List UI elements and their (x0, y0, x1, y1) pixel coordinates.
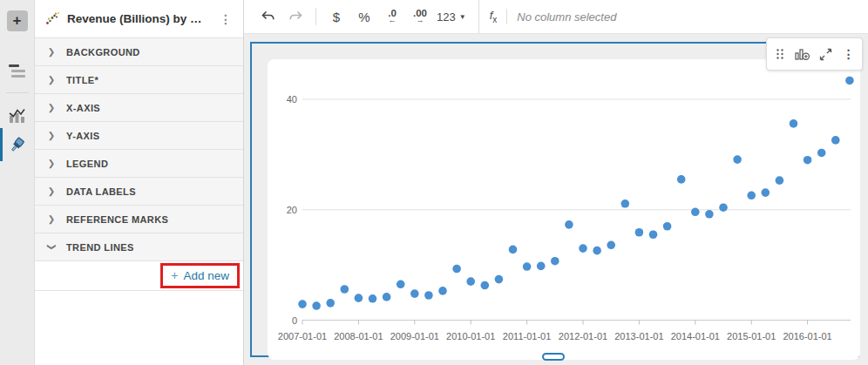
data-point[interactable] (410, 289, 419, 298)
redo-button[interactable] (284, 4, 307, 29)
formula-field[interactable]: fx No column selected (478, 0, 868, 33)
trend-lines-add-row: +Add new (35, 261, 243, 291)
section-label: LEGEND (66, 159, 108, 169)
fx-icon: fx (490, 9, 498, 24)
data-point[interactable] (537, 262, 546, 271)
data-point[interactable] (790, 119, 798, 128)
data-point[interactable] (312, 301, 321, 310)
data-point[interactable] (747, 191, 756, 199)
data-point[interactable] (607, 241, 615, 250)
x-tick-label: 2014-01-01 (671, 331, 720, 341)
resize-handle[interactable] (542, 353, 565, 361)
layers-button[interactable] (0, 56, 35, 85)
data-point[interactable] (383, 293, 391, 301)
data-point[interactable] (341, 285, 349, 294)
data-point[interactable] (817, 149, 826, 158)
data-point[interactable] (326, 299, 335, 308)
increase-decimal-icon: .00 → (413, 10, 427, 23)
section-label: X-AXIS (66, 103, 100, 113)
scatter-plot: 020402007-01-012008-01-012009-01-012010-… (268, 59, 860, 360)
sidebar-section-reference-marks[interactable]: ❯REFERENCE MARKS (35, 206, 243, 233)
explore-chart-button[interactable] (793, 43, 812, 65)
scatter-chart-icon (45, 11, 60, 26)
data-point[interactable] (804, 156, 812, 165)
data-point[interactable] (776, 176, 784, 185)
data-point[interactable] (397, 281, 405, 289)
add-new-trend-line-link[interactable]: +Add new (171, 268, 229, 282)
sidebar-section-trend-lines[interactable]: ❯TREND LINES (35, 233, 243, 261)
panel-menu-kebab-icon[interactable]: ⋮ (217, 12, 234, 26)
highlight-box: +Add new (160, 263, 240, 288)
sidebar-section-title[interactable]: ❯TITLE* (35, 66, 243, 94)
chart-explore-icon (795, 47, 810, 61)
decrease-decimal-button[interactable]: .0 ← (381, 4, 403, 29)
format-sections: ❯BACKGROUND❯TITLE*❯X-AXIS❯Y-AXIS❯LEGEND❯… (35, 38, 243, 261)
sidebar-section-x-axis[interactable]: ❯X-AXIS (35, 94, 243, 122)
data-point[interactable] (719, 203, 728, 212)
data-point[interactable] (466, 277, 475, 286)
data-point[interactable] (649, 230, 658, 239)
x-tick-label: 2013-01-01 (614, 331, 663, 341)
redo-icon (288, 10, 303, 24)
layers-icon (9, 64, 25, 78)
data-point[interactable] (621, 199, 630, 208)
chart-menu-button[interactable]: ⋮ (839, 43, 858, 65)
y-tick-label: 20 (287, 205, 297, 215)
y-tick-label: 0 (292, 315, 297, 326)
selected-chart-widget[interactable]: 020402007-01-012008-01-012009-01-012010-… (250, 42, 859, 357)
data-point[interactable] (551, 257, 559, 266)
data-point[interactable] (593, 247, 601, 255)
percent-format-button[interactable]: % (353, 4, 376, 29)
sidebar-section-y-axis[interactable]: ❯Y-AXIS (35, 122, 243, 150)
data-point[interactable] (663, 222, 672, 231)
drag-handle[interactable] (770, 43, 790, 65)
data-point[interactable] (355, 294, 363, 302)
data-point[interactable] (845, 77, 854, 85)
section-label: TREND LINES (66, 242, 134, 253)
number-format-label: 123 (437, 10, 456, 24)
increase-decimal-button[interactable]: .00 → (409, 4, 431, 29)
data-point[interactable] (579, 244, 587, 253)
currency-format-button[interactable]: $ (325, 4, 348, 29)
data-point[interactable] (424, 291, 433, 300)
section-label: BACKGROUND (66, 47, 140, 57)
expand-icon (819, 48, 832, 61)
sidebar-section-background[interactable]: ❯BACKGROUND (35, 38, 243, 66)
data-point[interactable] (523, 262, 532, 271)
panel-title: Revenue (Billions) by Quar... (67, 12, 210, 25)
data-point[interactable] (565, 220, 573, 229)
visualization-button[interactable] (0, 100, 35, 130)
sidebar-header: Revenue (Billions) by Quar... ⋮ (35, 0, 243, 38)
data-point[interactable] (509, 246, 518, 254)
data-point[interactable] (369, 294, 377, 303)
chart-card: 020402007-01-012008-01-012009-01-012010-… (268, 59, 860, 360)
data-point[interactable] (677, 175, 686, 184)
y-tick-label: 40 (287, 94, 297, 105)
paintbrush-icon (9, 137, 25, 153)
data-point[interactable] (298, 300, 307, 308)
chevron-collapsed-icon: ❯ (47, 103, 56, 112)
data-point[interactable] (635, 228, 644, 237)
data-point[interactable] (733, 155, 742, 164)
left-rail: + (0, 0, 35, 365)
x-tick-label: 2008-01-01 (334, 331, 383, 341)
data-point[interactable] (691, 207, 700, 216)
undo-button[interactable] (256, 4, 279, 29)
data-point[interactable] (438, 287, 447, 295)
data-point[interactable] (831, 136, 840, 145)
rail-divider (6, 92, 29, 93)
data-point[interactable] (452, 265, 461, 274)
data-point[interactable] (495, 275, 504, 284)
expand-chart-button[interactable] (817, 43, 836, 65)
data-point[interactable] (481, 281, 490, 290)
number-format-dropdown[interactable]: 123 ▼ (437, 4, 466, 29)
data-point[interactable] (762, 188, 770, 197)
sidebar-section-legend[interactable]: ❯LEGEND (35, 150, 243, 178)
chevron-collapsed-icon: ❯ (47, 159, 56, 168)
data-point[interactable] (705, 210, 714, 219)
add-element-button[interactable]: + (7, 10, 28, 31)
chart-hover-toolbar: ⋮ (766, 37, 863, 71)
section-label: REFERENCE MARKS (66, 214, 168, 225)
format-button[interactable] (0, 130, 35, 159)
sidebar-section-data-labels[interactable]: ❯DATA LABELS (35, 178, 243, 206)
